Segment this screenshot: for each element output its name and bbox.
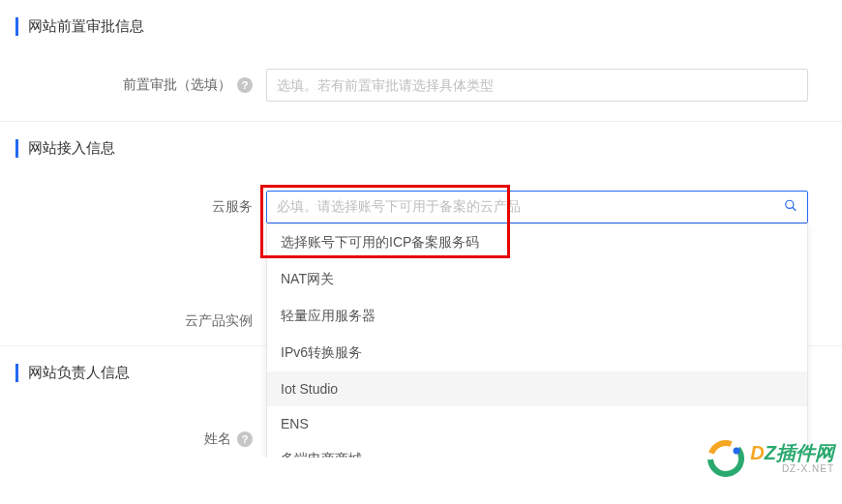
watermark-text: DZ插件网 DZ-X.NET xyxy=(750,443,834,458)
watermark: DZ插件网 DZ-X.NET xyxy=(707,440,834,458)
cloud-select-wrap: 必填。请选择账号下可用于备案的云产品 选择账号下可用的ICP备案服务码 NAT网… xyxy=(266,191,808,223)
label-preapproval-text: 前置审批（选填） xyxy=(123,76,231,94)
watermark-logo xyxy=(707,440,744,458)
label-cloud-text: 云服务 xyxy=(212,198,253,216)
wm-d: D xyxy=(750,442,764,458)
label-preapproval: 前置审批（选填） ? xyxy=(0,76,266,94)
label-instance: 云产品实例 xyxy=(0,312,266,330)
dropdown-item-iot[interactable]: Iot Studio xyxy=(267,371,807,406)
cloud-dropdown: 选择账号下可用的ICP备案服务码 NAT网关 轻量应用服务器 IPv6转换服务 … xyxy=(266,223,808,458)
search-icon xyxy=(784,199,797,216)
label-name: 姓名 ? xyxy=(0,430,266,448)
dropdown-item-ens[interactable]: ENS xyxy=(267,406,807,441)
cloud-select-placeholder: 必填。请选择账号下可用于备案的云产品 xyxy=(277,198,521,216)
row-preapproval: 前置审批（选填） ? xyxy=(0,59,842,111)
dropdown-item-icp[interactable]: 选择账号下可用的ICP备案服务码 xyxy=(267,224,807,261)
dropdown-item-light[interactable]: 轻量应用服务器 xyxy=(267,298,807,335)
help-icon-name[interactable]: ? xyxy=(237,431,253,447)
help-icon[interactable]: ? xyxy=(237,77,253,93)
row-cloud-service: 云服务 必填。请选择账号下可用于备案的云产品 选择账号下可用的ICP备案服务码 … xyxy=(0,181,842,233)
divider xyxy=(0,121,842,122)
cloud-select[interactable]: 必填。请选择账号下可用于备案的云产品 xyxy=(266,191,808,223)
svg-point-0 xyxy=(786,200,794,208)
label-name-text: 姓名 xyxy=(204,430,231,448)
label-cloud-service: 云服务 xyxy=(0,198,266,216)
svg-point-4 xyxy=(734,448,740,455)
dropdown-item-ipv6[interactable]: IPv6转换服务 xyxy=(267,335,807,371)
wm-z: Z xyxy=(765,442,776,458)
svg-line-1 xyxy=(793,207,797,211)
section-header-preapproval: 网站前置审批信息 xyxy=(15,17,842,36)
wm-rest: 插件网 xyxy=(776,442,834,458)
preapproval-input[interactable] xyxy=(266,69,808,102)
label-instance-text: 云产品实例 xyxy=(185,312,253,330)
dropdown-item-nat[interactable]: NAT网关 xyxy=(267,261,807,298)
section-header-access: 网站接入信息 xyxy=(15,139,842,158)
